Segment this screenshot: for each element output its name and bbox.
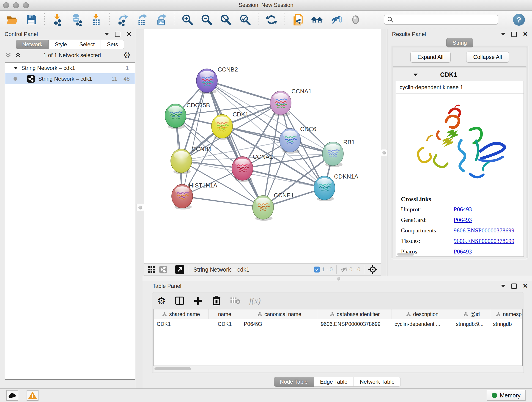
expand-all-icon[interactable] [15, 52, 21, 58]
right-splitter-handle[interactable] [381, 149, 387, 156]
crosslink-link[interactable]: P06493 [454, 217, 472, 223]
network-node-ccnb1[interactable] [171, 149, 192, 174]
import-table-icon[interactable] [90, 13, 102, 26]
tab-network[interactable]: Network [16, 40, 49, 49]
float-panel-icon[interactable] [501, 285, 505, 287]
table-row[interactable]: CDK1CDK1P064939606.ENSP00000378699cyclin… [154, 319, 522, 329]
zoom-selected-icon[interactable] [239, 13, 251, 26]
network-snapshot-icon[interactable] [292, 13, 304, 26]
show-column-icon[interactable] [175, 296, 185, 306]
entry-header[interactable]: CDK1 [393, 68, 526, 81]
first-neighbors-icon[interactable] [311, 13, 323, 26]
float-panel-icon[interactable] [104, 33, 109, 36]
close-panel-icon[interactable]: ✕ [523, 31, 528, 37]
add-column-icon[interactable] [193, 296, 203, 306]
network-node-cdkn1a[interactable] [314, 176, 335, 201]
refresh-icon[interactable] [265, 13, 278, 26]
zoom-out-icon[interactable] [201, 13, 213, 26]
column-header-description[interactable]: description [392, 309, 453, 319]
memory-button[interactable]: Memory [487, 390, 526, 401]
column-header--id[interactable]: @id [453, 309, 490, 319]
maximize-panel-icon[interactable] [511, 283, 517, 289]
network-node-ccnb2[interactable] [196, 69, 217, 94]
export-network-icon[interactable] [116, 13, 129, 26]
crosslink-link[interactable]: P06493 [454, 206, 472, 213]
network-edge[interactable] [182, 81, 207, 196]
toolbar-search[interactable] [384, 15, 498, 25]
network-node-ccna1[interactable] [270, 91, 291, 116]
network-node-rb1[interactable] [322, 142, 343, 167]
table-cell[interactable]: cyclin-dependent ... [392, 319, 453, 329]
horizontal-splitter-handle[interactable] [337, 277, 340, 281]
collection-expand-icon[interactable] [13, 66, 18, 70]
network-node-cdk1[interactable] [211, 114, 233, 140]
warning-status-button[interactable] [27, 390, 38, 401]
column-header-shared-name[interactable]: shared name [154, 309, 209, 319]
selected-checkbox-icon[interactable] [314, 267, 320, 273]
tab-edge-table[interactable]: Edge Table [314, 377, 354, 387]
open-session-icon[interactable] [6, 13, 18, 26]
network-collection-row[interactable]: String Network – cdk1 1 [5, 63, 135, 73]
table-cell[interactable]: CDK1 [209, 319, 241, 329]
close-panel-icon[interactable]: ✕ [523, 283, 528, 289]
network-edge[interactable] [182, 196, 263, 207]
right-splitter[interactable] [381, 29, 387, 276]
crosslink-link[interactable]: 9606.ENSP00000378699 [454, 227, 514, 234]
table-cell[interactable]: stringdb [490, 319, 523, 329]
table-hscrollbar[interactable] [153, 366, 523, 372]
search-input[interactable] [394, 17, 495, 23]
collapse-all-icon[interactable] [5, 52, 12, 58]
left-splitter-handle[interactable] [137, 204, 144, 211]
horizontal-splitter[interactable] [143, 276, 532, 282]
network-options-gear-icon[interactable]: ⚙ [123, 51, 131, 59]
tab-sets[interactable]: Sets [101, 40, 124, 49]
tab-string[interactable]: String [446, 38, 473, 47]
network-graph[interactable]: CCNB2CCNA1CDC25BCDK1CDC6RB1CCNB1CCNA2CDK… [144, 29, 381, 263]
network-node-ccne1[interactable] [253, 196, 273, 221]
table-cell[interactable]: CDK1 [154, 319, 209, 329]
maximize-panel-icon[interactable] [115, 32, 120, 37]
hide-selected-icon[interactable] [330, 13, 342, 26]
tab-style[interactable]: Style [49, 40, 73, 49]
crosshair-icon[interactable] [368, 265, 378, 274]
expand-all-button[interactable]: Expand All [410, 51, 450, 63]
column-header-name[interactable]: name [209, 309, 241, 319]
import-network-from-database-icon[interactable] [71, 13, 83, 26]
network-row[interactable]: String Network – cdk1 11 48 [5, 73, 135, 84]
export-image-icon[interactable] [155, 13, 167, 26]
export-table-icon[interactable] [136, 13, 148, 26]
column-header-database-identifier[interactable]: database identifier [318, 309, 392, 319]
column-header-canonical-name[interactable]: canonical name [241, 309, 318, 319]
network-node-cdc25b[interactable] [165, 104, 186, 129]
zoom-in-icon[interactable] [181, 13, 194, 26]
entry-collapse-icon[interactable] [413, 73, 418, 77]
delete-column-icon[interactable] [212, 296, 221, 306]
float-panel-icon[interactable] [501, 33, 505, 36]
table-settings-gear-icon[interactable]: ⚙ [157, 295, 166, 306]
results-hscrollbar-thumb[interactable] [397, 253, 414, 255]
function-builder-icon[interactable]: f(x) [249, 296, 261, 306]
table-cell[interactable]: 9606.ENSP00000378699 [318, 319, 392, 329]
network-view-type-icon[interactable] [159, 265, 167, 274]
crosslink-link[interactable]: 9606.ENSP00000378699 [454, 238, 514, 245]
tab-network-table[interactable]: Network Table [354, 377, 401, 387]
import-network-icon[interactable] [51, 13, 64, 26]
birdseye-view-icon[interactable] [175, 265, 184, 274]
save-session-icon[interactable] [25, 13, 38, 26]
network-edge[interactable] [207, 81, 281, 103]
cloud-status-button[interactable] [6, 390, 18, 401]
help-button[interactable]: ? [513, 14, 525, 26]
show-all-icon[interactable] [349, 13, 362, 26]
network-canvas[interactable]: CCNB2CCNA1CDC25BCDK1CDC6RB1CCNB1CCNA2CDK… [144, 29, 381, 263]
close-panel-icon[interactable]: ✕ [126, 31, 132, 37]
table-hscrollbar-thumb[interactable] [154, 367, 191, 370]
column-header-namespace[interactable]: namespace [490, 309, 523, 319]
tab-select[interactable]: Select [73, 40, 101, 49]
crosslink-link[interactable]: P06493 [454, 248, 472, 255]
table-cell[interactable]: P06493 [241, 319, 318, 329]
delete-table-icon[interactable] [230, 297, 241, 305]
maximize-panel-icon[interactable] [511, 32, 517, 37]
collapse-all-button[interactable]: Collapse All [466, 51, 509, 63]
grid-view-icon[interactable] [147, 266, 155, 274]
zoom-fit-icon[interactable] [220, 13, 232, 26]
